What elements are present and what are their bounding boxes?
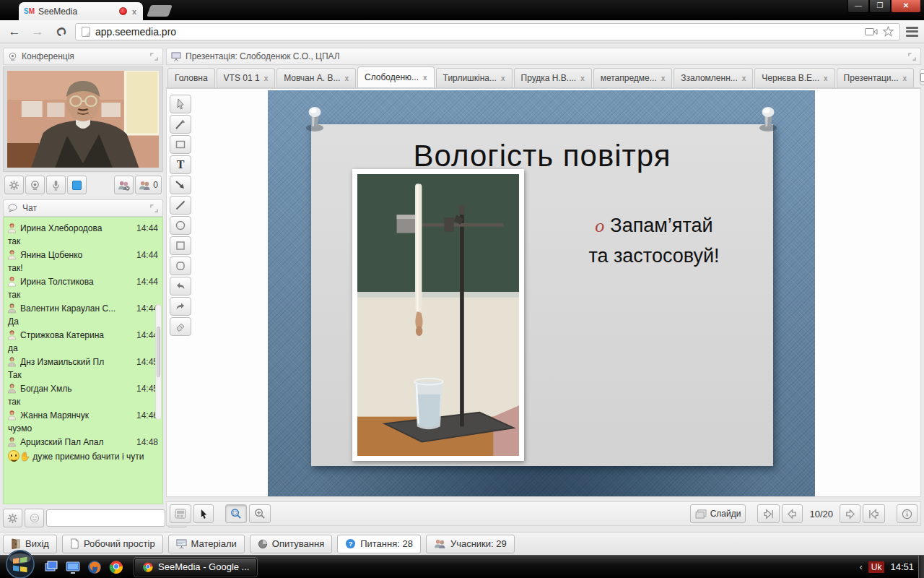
menu-icon[interactable] — [906, 25, 918, 38]
chrome-icon[interactable] — [108, 559, 124, 575]
kick-user-button[interactable] — [114, 176, 134, 194]
select-cursor-button[interactable] — [193, 504, 214, 523]
restore-button[interactable]: ❐ — [869, 0, 891, 13]
chat-message-list[interactable]: Ирина Хлебородова14:44 так Янина Цобенко… — [3, 217, 163, 504]
tab-close-icon[interactable]: x — [824, 74, 828, 82]
tab-chernieva[interactable]: Чернєва В.Е...x — [754, 68, 834, 87]
arrow-tool-button[interactable] — [170, 176, 191, 194]
close-button[interactable]: ✕ — [891, 0, 921, 13]
new-presentation-tab-button[interactable] — [920, 69, 924, 85]
tab-close-icon[interactable]: x — [344, 74, 349, 82]
emoji-button[interactable] — [25, 509, 44, 527]
new-tab-button[interactable] — [147, 5, 173, 17]
start-button[interactable] — [4, 548, 36, 578]
tab-close-icon[interactable]: x — [501, 74, 505, 82]
tab-close-icon[interactable]: x — [264, 74, 269, 82]
ellipse-tool-button[interactable] — [170, 216, 191, 235]
last-slide-button[interactable] — [863, 504, 885, 523]
pointer-tool-button[interactable] — [170, 95, 191, 113]
taskbar-window-seemedia[interactable]: SeeMedia - Google ... — [134, 558, 257, 577]
address-bar[interactable]: app.seemedia.pro — [75, 23, 900, 40]
tab-metapredme[interactable]: метапредме...x — [593, 68, 673, 87]
expand-presentation-icon[interactable] — [908, 53, 916, 61]
pie-chart-icon — [258, 539, 268, 549]
polls-button[interactable]: Опитування — [250, 535, 332, 553]
undo-button[interactable] — [170, 277, 191, 296]
redo-button[interactable] — [170, 297, 191, 316]
taskbar-display-icon[interactable] — [65, 559, 81, 575]
refresh-icon[interactable]: C — [51, 21, 70, 42]
hidden-icons-chevron[interactable]: ‹ — [860, 562, 863, 572]
rounded-rect-tool-button[interactable] — [170, 256, 191, 275]
tab-tyrlyshkina[interactable]: Тирлишкіна...x — [436, 68, 513, 87]
taskbar-app-icon[interactable] — [43, 559, 59, 575]
firefox-icon[interactable] — [87, 559, 103, 575]
users-icon — [139, 180, 151, 191]
last-arrow-icon — [868, 509, 880, 519]
tab-golovna[interactable]: Головна — [167, 68, 215, 87]
clock[interactable]: 14:51 — [890, 561, 914, 572]
forward-icon[interactable]: → — [29, 25, 46, 39]
chat-scrollbar[interactable] — [155, 304, 162, 420]
tab-close-icon[interactable]: x — [903, 74, 907, 82]
tab-slobodenyuk-active[interactable]: Слободеню...x — [357, 66, 435, 87]
slide-controls-bar: Слайди 10/20 — [166, 501, 921, 526]
viewers-count-button[interactable]: 0 — [135, 176, 162, 194]
back-icon[interactable]: ← — [6, 25, 23, 39]
tab-prezentaci[interactable]: Презентаци...x — [837, 68, 915, 87]
questions-button[interactable]: ?Питання: 28 — [337, 535, 421, 553]
chat-input[interactable] — [46, 509, 165, 527]
bookmark-star-icon[interactable] — [883, 26, 894, 37]
stop-broadcast-button[interactable] — [67, 176, 87, 194]
tab-close-icon[interactable]: x — [661, 74, 666, 82]
text-tool-button[interactable]: T — [170, 155, 191, 174]
next-slide-button[interactable] — [840, 504, 860, 523]
chat-scrollbar-thumb[interactable] — [157, 327, 160, 377]
url-text[interactable]: app.seemedia.pro — [95, 26, 860, 38]
chat-message: Стрижкова Катерина14:44 да — [6, 329, 158, 353]
slide-page-indicator: 10/20 — [805, 509, 837, 519]
tab-vts[interactable]: VTS 01 1x — [217, 68, 276, 87]
chat-panel-header: Чат — [3, 199, 163, 217]
text-tool-icon: T — [177, 158, 185, 171]
avatar — [6, 410, 17, 420]
line-tool-button[interactable] — [170, 196, 191, 215]
rect-frame-tool-button[interactable] — [170, 135, 191, 154]
materials-button[interactable]: Матеріали — [168, 535, 245, 553]
tab-close-icon[interactable]: x — [580, 74, 585, 82]
square-tool-button[interactable] — [170, 236, 191, 255]
microphone-toggle-button[interactable] — [46, 176, 66, 194]
slides-button[interactable]: Слайди — [690, 504, 746, 523]
first-slide-button[interactable] — [757, 504, 780, 523]
minimize-button[interactable]: — — [847, 0, 869, 13]
eraser-button[interactable] — [170, 317, 191, 336]
camera-icon[interactable] — [865, 27, 878, 36]
participants-button[interactable]: Учасники: 29 — [426, 535, 515, 553]
zoom-in-button[interactable] — [249, 504, 271, 523]
expand-chat-icon[interactable] — [150, 204, 158, 212]
camera-toggle-button[interactable] — [25, 176, 45, 194]
square-icon — [175, 240, 186, 251]
workspace-button[interactable]: Робочий простір — [62, 535, 163, 553]
browser-tab[interactable]: SM SeeMedia x — [19, 2, 143, 20]
tab-close-icon[interactable]: x — [131, 7, 138, 16]
materials-screen-icon — [176, 539, 187, 549]
chat-message: Валентин Караулан С...14:44 Да — [6, 303, 158, 327]
show-desktop-button[interactable] — [918, 556, 924, 578]
pen-tool-button[interactable] — [170, 115, 191, 134]
user-remove-icon — [118, 180, 130, 191]
info-button[interactable] — [897, 504, 918, 523]
tab-close-icon[interactable]: x — [423, 74, 427, 82]
tab-close-icon[interactable]: x — [742, 74, 746, 82]
tab-prudka[interactable]: Прудка Н.В....x — [514, 68, 592, 87]
tab-zzalomlenn[interactable]: Ззаломленн...x — [674, 68, 753, 87]
prev-slide-button[interactable] — [782, 504, 803, 523]
expand-panel-icon[interactable] — [150, 53, 158, 61]
browser-tab-title: SeeMedia — [38, 7, 116, 17]
chat-settings-button[interactable] — [3, 509, 22, 527]
settings-button[interactable] — [4, 176, 24, 194]
zoom-fit-button[interactable] — [225, 504, 247, 523]
language-indicator[interactable]: Uk — [868, 561, 885, 573]
layout-button[interactable] — [170, 504, 191, 523]
tab-movchan[interactable]: Мовчан А. В...x — [276, 68, 356, 87]
